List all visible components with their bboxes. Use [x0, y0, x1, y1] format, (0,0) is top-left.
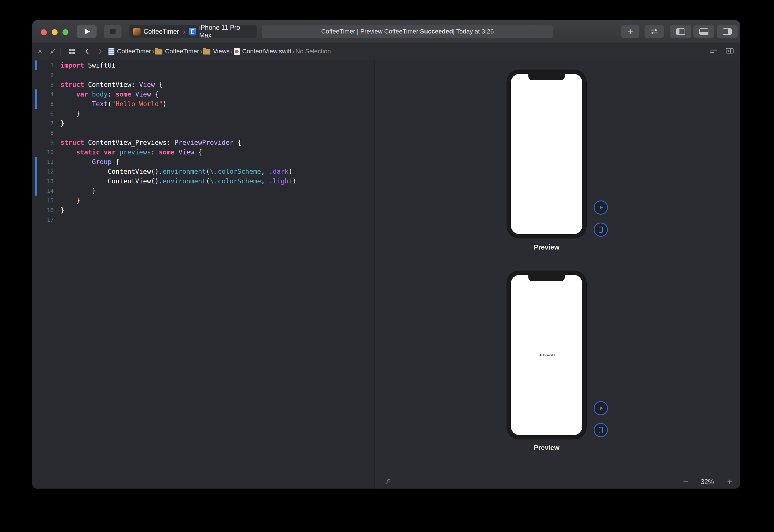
line-number[interactable]: 12 [37, 167, 54, 176]
preview-canvas: Preview Hello World Preview [375, 60, 740, 489]
code-line[interactable]: 5 Text("Hello World") [32, 99, 375, 109]
back-button[interactable] [83, 43, 91, 60]
forward-button[interactable] [96, 43, 104, 60]
related-items-button[interactable] [68, 43, 76, 60]
code-line[interactable]: 3struct ContentView: View { [32, 80, 375, 89]
breadcrumb-group-coffeetimer[interactable]: CoffeeTimer [155, 48, 199, 55]
line-number[interactable]: 2 [37, 70, 54, 80]
code-line[interactable]: 14 } [32, 186, 375, 196]
line-number[interactable]: 3 [37, 80, 54, 89]
close-window-button[interactable] [41, 29, 47, 35]
pin-preview-button[interactable] [384, 475, 392, 489]
code-text: ContentView().environment(\.colorScheme,… [54, 167, 292, 176]
preview-label: Preview [507, 243, 586, 251]
change-indicator [35, 147, 37, 157]
code-line[interactable]: 9struct ContentView_Previews: PreviewPro… [32, 138, 375, 147]
chevron-separator-icon: › [292, 47, 294, 56]
code-line[interactable]: 12 ContentView().environment(\.colorSche… [32, 167, 375, 176]
line-number[interactable]: 10 [37, 147, 54, 157]
change-indicator [35, 157, 37, 167]
code-line[interactable]: 15 } [32, 196, 375, 205]
line-number[interactable]: 14 [37, 186, 54, 196]
live-preview-button[interactable] [594, 401, 608, 415]
device-icon [597, 426, 604, 434]
preview-on-device-button[interactable] [594, 223, 608, 237]
stop-button[interactable] [104, 25, 122, 38]
breadcrumb-label: CoffeeTimer [117, 48, 151, 55]
code-line[interactable]: 17 [32, 215, 375, 225]
code-text: ContentView().environment(\.colorScheme,… [54, 176, 296, 186]
line-number[interactable]: 8 [37, 128, 54, 138]
toolbar: CoffeeTimer › iPhone 11 Pro Max CoffeeTi… [32, 20, 740, 43]
activity-view[interactable]: CoffeeTimer | Preview CoffeeTimer: Succe… [262, 25, 553, 38]
line-number[interactable]: 4 [37, 89, 54, 99]
line-number[interactable]: 16 [37, 205, 54, 215]
change-indicator [35, 70, 37, 80]
breadcrumb: CoffeeTimer › CoffeeTimer › Views › Cont… [108, 43, 331, 60]
code-line[interactable]: 10 static var previews: some View { [32, 147, 375, 157]
line-number[interactable]: 15 [37, 196, 54, 205]
play-icon [597, 405, 604, 412]
code-line[interactable]: 7} [32, 118, 375, 128]
preview-device-light[interactable]: Hello World [507, 271, 586, 439]
zoom-in-button[interactable]: + [725, 477, 734, 487]
code-line[interactable]: 11 Group { [32, 157, 375, 167]
add-editor-button[interactable] [726, 48, 734, 55]
status-time: | Today at 3:26 [453, 28, 494, 35]
code-text: } [54, 118, 64, 128]
navigator-toggle-button[interactable] [670, 25, 691, 38]
line-number[interactable]: 6 [37, 109, 54, 118]
editor-area: 1import SwiftUI23struct ContentView: Vie… [32, 60, 740, 489]
focus-editor-button[interactable] [49, 43, 57, 60]
chevron-separator-icon: › [152, 47, 154, 56]
line-number[interactable]: 17 [37, 215, 54, 225]
change-indicator [35, 118, 37, 128]
preview-device-dark[interactable] [507, 70, 586, 238]
code-line[interactable]: 13 ContentView().environment(\.colorSche… [32, 176, 375, 186]
code-text: static var previews: some View { [54, 147, 202, 157]
code-line[interactable]: 16} [32, 205, 375, 215]
line-number[interactable]: 11 [37, 157, 54, 167]
code-line[interactable]: 8 [32, 128, 375, 138]
code-editor[interactable]: 1import SwiftUI23struct ContentView: Vie… [32, 60, 375, 489]
minimize-window-button[interactable] [52, 29, 58, 35]
pin-icon [384, 478, 392, 485]
editor-options-button[interactable] [710, 48, 717, 55]
chevron-separator-icon: › [200, 47, 202, 56]
right-panel-icon [723, 28, 732, 35]
code-line[interactable]: 6 } [32, 109, 375, 118]
code-review-button[interactable] [645, 25, 664, 38]
breadcrumb-selection[interactable]: No Selection [296, 48, 331, 55]
folder-icon [203, 49, 210, 55]
zoom-level[interactable]: 32% [696, 478, 719, 486]
zoom-out-button[interactable]: − [681, 477, 690, 487]
debug-area-toggle-button[interactable] [693, 25, 714, 38]
inspector-toggle-button[interactable] [717, 25, 738, 38]
breadcrumb-group-views[interactable]: Views [203, 48, 229, 55]
scheme-selector[interactable]: CoffeeTimer › iPhone 11 Pro Max [129, 25, 257, 38]
code-line[interactable]: 1import SwiftUI [32, 60, 375, 70]
code-line[interactable]: 2 [32, 70, 375, 80]
breadcrumb-file[interactable]: ContentView.swift [234, 48, 291, 55]
bottom-panel-icon [699, 28, 708, 35]
line-number[interactable]: 7 [37, 118, 54, 128]
line-number[interactable]: 1 [37, 60, 54, 70]
line-number[interactable]: 5 [37, 99, 54, 109]
library-button[interactable]: + [621, 25, 639, 38]
change-indicator [35, 167, 37, 176]
zoom-window-button[interactable] [62, 29, 68, 35]
live-preview-button[interactable] [594, 200, 608, 215]
split-editor-icon [726, 48, 734, 54]
breadcrumb-project[interactable]: CoffeeTimer [108, 48, 151, 55]
code-line[interactable]: 4 var body: some View { [32, 89, 375, 99]
code-text: } [54, 186, 96, 196]
line-number[interactable]: 13 [37, 176, 54, 186]
preview-on-device-button[interactable] [594, 423, 608, 437]
run-button[interactable] [77, 25, 97, 38]
line-number[interactable]: 9 [37, 138, 54, 147]
code-text: struct ContentView: View { [54, 80, 163, 89]
close-editor-button[interactable]: × [36, 43, 44, 60]
chevron-left-icon [85, 48, 89, 55]
device-icon [597, 226, 604, 233]
chevron-right-icon [98, 48, 102, 55]
